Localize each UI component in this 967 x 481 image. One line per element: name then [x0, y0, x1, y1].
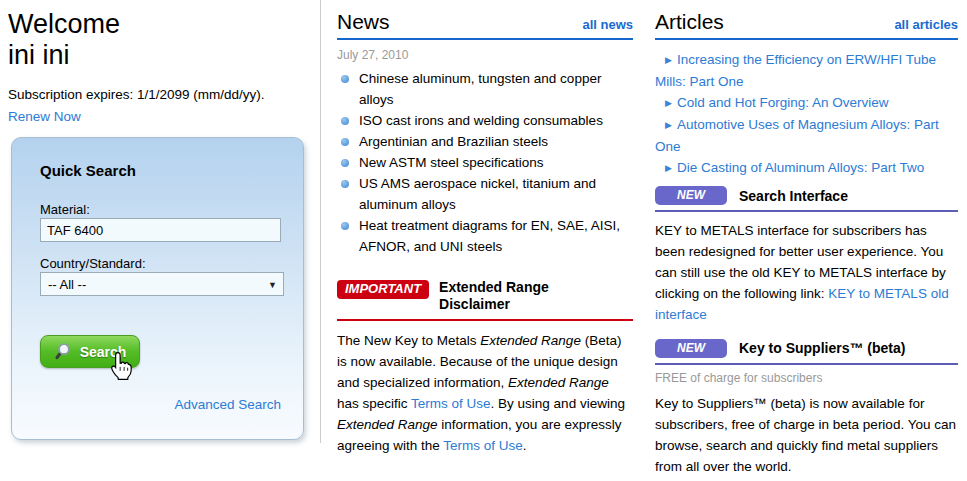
terms-of-use-link[interactable]: Terms of Use	[411, 396, 491, 411]
country-standard-select[interactable]: -- All -- ▼	[40, 272, 284, 296]
news-item: Argentinian and Brazilian steels	[337, 131, 633, 152]
advanced-search-link[interactable]: Advanced Search	[174, 397, 281, 412]
free-of-charge-note: FREE of charge for subscribers	[655, 371, 958, 385]
news-item-text: Argentinian and Brazilian steels	[359, 134, 548, 149]
disclaimer-header: IMPORTANT Extended Range Disclaimer	[337, 279, 633, 321]
news-item: ISO cast irons and welding consumables	[337, 110, 633, 131]
news-item-text: US AMS aerospace nickel, titanium and al…	[359, 176, 596, 212]
username: ini ini	[8, 40, 70, 70]
renew-now-link[interactable]: Renew Now	[8, 109, 81, 124]
disclaimer-text: The New Key to Metals Extended Range (Be…	[337, 330, 633, 456]
bullet-icon	[341, 117, 349, 125]
news-item-text: Chinese aluminum, tungsten and copper al…	[359, 71, 601, 107]
article-list: ▶Increasing the Efficiency on ERW/HFI Tu…	[655, 49, 958, 179]
news-date: July 27, 2010	[337, 48, 633, 62]
search-interface-text: KEY to METALS interface for subscribers …	[655, 220, 958, 325]
bullet-icon	[341, 75, 349, 83]
key-to-suppliers-header: NEW Key to Suppliers™ (beta)	[655, 339, 958, 365]
welcome-panel: Welcome ini ini Subscription expires: 1/…	[8, 0, 310, 124]
articles-header: Articles all articles	[655, 0, 958, 40]
article-link[interactable]: ▶Automotive Uses of Magnesium Alloys: Pa…	[655, 114, 958, 157]
news-item: New ASTM steel specifications	[337, 152, 633, 173]
key-to-suppliers-body: Key to Suppliers™ (beta) is now availabl…	[655, 396, 956, 474]
read-more-link[interactable]: Click here to read more about Key to Sup…	[655, 478, 958, 481]
column-divider	[320, 0, 321, 443]
news-item-text: New ASTM steel specifications	[359, 155, 544, 170]
quick-search-title: Quick Search	[40, 162, 136, 179]
quick-search-panel: Quick Search Material: Country/Standard:…	[11, 137, 304, 440]
news-list: Chinese aluminum, tungsten and copper al…	[337, 68, 633, 257]
article-link[interactable]: ▶Increasing the Efficiency on ERW/HFI Tu…	[655, 49, 958, 92]
chevron-down-icon: ▼	[268, 280, 277, 290]
material-input[interactable]	[40, 218, 281, 242]
arrow-icon: ▶	[665, 55, 672, 65]
arrow-icon: ▶	[665, 163, 672, 173]
hand-cursor-icon	[108, 351, 134, 381]
news-item-text: ISO cast irons and welding consumables	[359, 113, 603, 128]
news-item-text: Heat treatment diagrams for EN, SAE, AIS…	[359, 218, 620, 254]
country-standard-value: -- All --	[48, 277, 86, 292]
bullet-icon	[341, 180, 349, 188]
article-link[interactable]: ▶Cold and Hot Forging: An Overview	[655, 92, 958, 114]
country-standard-label: Country/Standard:	[40, 256, 146, 271]
arrow-icon: ▶	[665, 120, 672, 130]
articles-column: Articles all articles ▶Increasing the Ef…	[655, 0, 958, 481]
all-articles-link[interactable]: all articles	[894, 17, 958, 33]
welcome-word: Welcome	[8, 9, 120, 39]
news-column: News all news July 27, 2010 Chinese alum…	[337, 0, 633, 470]
new-badge: NEW	[655, 186, 727, 205]
news-item: Chinese aluminum, tungsten and copper al…	[337, 68, 633, 110]
all-news-link[interactable]: all news	[582, 17, 633, 33]
search-interface-header: NEW Search Interface	[655, 186, 958, 212]
material-label: Material:	[40, 202, 90, 217]
news-item: US AMS aerospace nickel, titanium and al…	[337, 173, 633, 215]
article-link[interactable]: ▶Die Casting of Aluminum Alloys: Part Tw…	[655, 157, 958, 179]
magnifier-icon	[54, 342, 73, 361]
bullet-icon	[341, 222, 349, 230]
key-to-suppliers-text: Key to Suppliers™ (beta) is now availabl…	[655, 393, 958, 481]
search-interface-title: Search Interface	[739, 188, 848, 204]
news-header: News all news	[337, 0, 633, 40]
news-item: Heat treatment diagrams for EN, SAE, AIS…	[337, 215, 633, 257]
bullet-icon	[341, 138, 349, 146]
bullet-icon	[341, 159, 349, 167]
articles-title: Articles	[655, 11, 724, 33]
disclaimer-title: Extended Range Disclaimer	[439, 279, 579, 313]
terms-of-use-link[interactable]: Terms of Use	[443, 438, 523, 453]
important-badge: IMPORTANT	[337, 280, 429, 299]
news-title: News	[337, 11, 390, 33]
new-badge: NEW	[655, 339, 727, 358]
key-to-suppliers-title: Key to Suppliers™ (beta)	[739, 340, 905, 356]
subscription-expiry: Subscription expires: 1/1/2099 (mm/dd/yy…	[8, 87, 310, 102]
page-title: Welcome ini ini	[8, 9, 310, 71]
arrow-icon: ▶	[665, 98, 672, 108]
